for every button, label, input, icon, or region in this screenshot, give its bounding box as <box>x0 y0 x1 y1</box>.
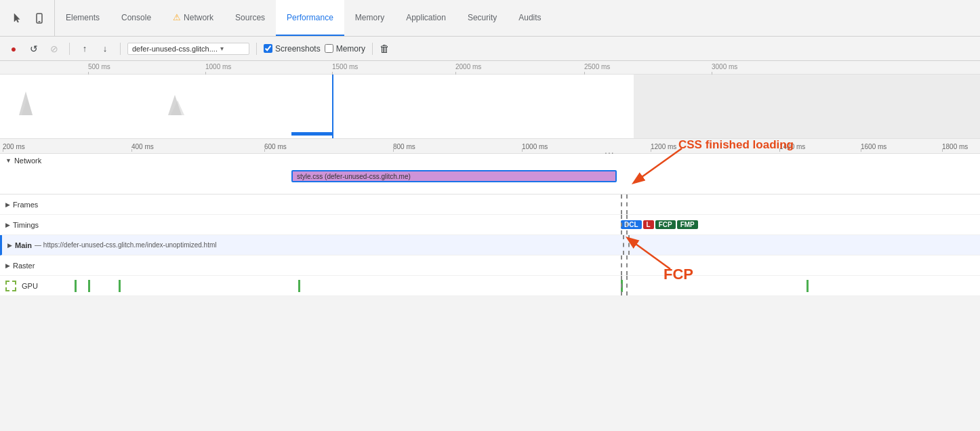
stop-button[interactable]: ⊘ <box>46 41 62 57</box>
svg-line-7 <box>628 239 670 269</box>
mobile-icon[interactable] <box>30 9 49 28</box>
tick-3000ms: 3000 ms <box>712 63 737 70</box>
memory-checkbox-label[interactable]: Memory <box>325 44 365 54</box>
tab-bar: Elements Console ⚠ Network Sources Perfo… <box>0 0 980 37</box>
frames-label-container[interactable]: ▶ Frames <box>5 201 141 209</box>
gpu-tick-1 <box>75 280 77 292</box>
tab-performance[interactable]: Performance <box>276 0 344 36</box>
screenshots-checkbox-label[interactable]: Screenshots <box>264 44 321 54</box>
gpu-tick-6 <box>807 280 809 292</box>
refresh-button[interactable]: ↺ <box>26 41 42 57</box>
screenshots-label: Screenshots <box>275 44 321 54</box>
scrubber-1600ms: 1600 ms <box>861 143 886 150</box>
gpu-tick-2 <box>88 280 90 292</box>
gpu-row: GPU <box>0 276 980 296</box>
tick-500ms: 500 ms <box>88 63 110 70</box>
tick-1000ms: 1000 ms <box>205 63 231 70</box>
timings-expand-icon[interactable]: ▶ <box>5 222 10 228</box>
tick-2000ms: 2000 ms <box>455 63 481 70</box>
frames-expand-icon[interactable]: ▶ <box>5 201 10 208</box>
scrubber-400ms: 400 ms <box>131 143 154 150</box>
raster-label-container[interactable]: ▶ Raster <box>5 262 141 270</box>
warning-icon: ⚠ <box>173 12 181 22</box>
download-button[interactable]: ↓ <box>97 41 113 57</box>
main-expand-icon[interactable]: ▶ <box>7 242 12 249</box>
time-ruler-top: 500 ms 1000 ms 1500 ms 2000 ms 2500 ms 3… <box>0 61 980 75</box>
main-row: ▶ Main — https://defer-unused-css.glitch… <box>0 235 980 255</box>
network-section-label: Network <box>14 157 41 165</box>
scrubber-600ms: 600 ms <box>264 143 287 150</box>
badge-l: L <box>643 220 654 229</box>
network-row: style.css (defer-unused-css.glitch.me) C… <box>0 167 980 188</box>
scrubber-1000ms: 1000 ms <box>522 143 548 150</box>
waveform-svg <box>0 81 630 122</box>
tab-elements[interactable]: Elements <box>55 0 110 36</box>
toolbar-separator-2 <box>120 43 121 55</box>
gpu-dashed-icon <box>5 281 16 291</box>
overview-area[interactable] <box>0 75 980 139</box>
tab-application[interactable]: Application <box>395 0 457 36</box>
scrubber-1800ms: 1800 ms <box>942 143 968 150</box>
tab-console[interactable]: Console <box>110 0 162 36</box>
svg-line-6 <box>634 148 682 182</box>
playhead-line <box>332 75 333 139</box>
dropdown-arrow-icon: ▾ <box>220 45 224 52</box>
css-resource-bar[interactable]: style.css (defer-unused-css.glitch.me) <box>291 170 617 182</box>
record-button[interactable]: ● <box>5 41 22 57</box>
memory-label: Memory <box>336 44 365 54</box>
tab-sources[interactable]: Sources <box>224 0 276 36</box>
fcp-annotation: FCP <box>623 232 704 288</box>
gpu-dashed-line-1 <box>621 276 622 295</box>
tick-2500ms: 2500 ms <box>584 63 610 70</box>
badge-dcl: DCL <box>621 220 642 229</box>
timing-badges: DCL L FCP FMP <box>621 220 698 229</box>
network-collapse-icon[interactable]: ▼ <box>5 157 12 164</box>
toolbar-separator-4 <box>372 43 373 55</box>
toolbar-separator-1 <box>69 43 70 55</box>
gpu-label: GPU <box>22 282 38 290</box>
screenshots-checkbox[interactable] <box>264 44 272 53</box>
gpu-label-container[interactable]: GPU <box>5 281 141 291</box>
tab-audits[interactable]: Audits <box>508 0 552 36</box>
badge-fcp: FCP <box>655 220 676 229</box>
timings-label: Timings <box>13 221 39 229</box>
scrubber-ruler: 200 ms 400 ms 600 ms 800 ms 1000 ms 1200… <box>0 139 980 154</box>
tab-network[interactable]: ⚠ Network <box>162 0 224 36</box>
timings-row: ▶ Timings DCL L FCP FMP <box>0 215 980 235</box>
network-section: ▼ Network style.css (defer-unused-css.gl… <box>0 154 980 194</box>
overview-css-bar <box>291 132 332 136</box>
profile-dropdown[interactable]: defer-unused-css.glitch.... ▾ <box>127 43 249 55</box>
fcp-label: FCP <box>663 266 693 283</box>
timings-dashed-line-1 <box>621 215 622 234</box>
network-label[interactable]: ▼ Network <box>0 154 980 167</box>
tick-1500ms: 1500 ms <box>332 63 358 70</box>
main-url: — https://defer-unused-css.glitch.me/ind… <box>35 241 216 249</box>
frames-row: ▶ Frames <box>0 194 980 215</box>
main-label: Main <box>15 241 32 249</box>
raster-dashed-line-1 <box>621 255 622 275</box>
raster-row: ▶ Raster <box>0 255 980 276</box>
main-label-container[interactable]: ▶ Main — https://defer-unused-css.glitch… <box>7 241 217 249</box>
css-annotation: CSS finished loading <box>614 142 736 205</box>
gpu-tick-4 <box>298 280 300 292</box>
gpu-tick-3 <box>119 280 121 292</box>
frames-label: Frames <box>13 201 38 209</box>
more-dots: ··· <box>605 147 615 158</box>
tab-memory[interactable]: Memory <box>344 0 395 36</box>
grey-overlay <box>634 75 980 139</box>
profile-name: defer-unused-css.glitch.... <box>132 45 218 53</box>
bottom-panels: ▶ Frames ▶ Timings DCL L FCP FMP <box>0 194 980 296</box>
upload-button[interactable]: ↑ <box>77 41 93 57</box>
clear-button[interactable]: 🗑 <box>380 43 390 54</box>
timings-label-container[interactable]: ▶ Timings <box>5 221 141 229</box>
cursor-icon[interactable] <box>8 9 27 28</box>
tab-list: Elements Console ⚠ Network Sources Perfo… <box>55 0 977 36</box>
svg-rect-1 <box>39 21 41 22</box>
scrubber-200ms: 200 ms <box>3 143 25 150</box>
devtools-icons <box>3 0 55 36</box>
css-finished-label: CSS finished loading <box>678 138 794 152</box>
memory-checkbox[interactable] <box>325 44 333 53</box>
tab-security[interactable]: Security <box>457 0 508 36</box>
raster-expand-icon[interactable]: ▶ <box>5 262 10 269</box>
badge-fmp: FMP <box>677 220 698 229</box>
